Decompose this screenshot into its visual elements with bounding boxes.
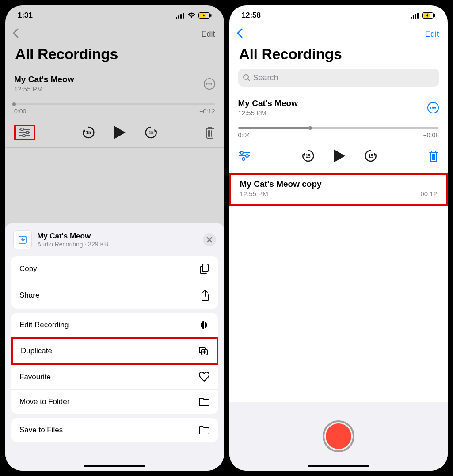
list-item[interactable]: My Cat's Meow copy 12:55 PM 00:12 [231,175,446,204]
delete-button[interactable] [428,150,439,162]
recording-time: 12:55 PM [238,109,298,117]
scrubber[interactable]: 0:00 −0:12 [14,103,215,115]
heart-icon [198,372,210,382]
recording-time: 12:55 PM [14,85,74,93]
sheet-thumbnail [13,230,32,249]
sheet-close-button[interactable] [203,233,216,246]
skip-forward-15-icon: 15 [144,125,158,140]
folder-icon [198,397,210,407]
home-indicator[interactable] [84,465,145,467]
more-button[interactable]: ••• [204,78,215,90]
more-button[interactable]: ••• [427,102,439,113]
action-label: Copy [19,264,37,273]
svg-rect-21 [415,14,416,19]
back-button[interactable] [12,28,19,40]
back-button[interactable] [236,28,243,40]
home-indicator[interactable] [308,465,369,467]
action-group-3: Save to Files [11,418,218,442]
skip-forward-15-icon: 15 [364,149,378,163]
play-icon [333,148,346,163]
highlight-box [14,125,35,140]
svg-rect-15 [19,236,26,243]
close-icon [206,237,213,243]
skip-forward-button[interactable]: 15 [144,125,158,140]
action-label: Duplicate [21,347,52,355]
record-icon [326,423,351,449]
play-button[interactable] [333,148,346,163]
page-title: All Recordings [5,42,224,69]
phone-right: 12:58 Edit All Recordings Search My Cat'… [229,5,448,471]
skip-back-button[interactable]: 15 [301,149,315,163]
scrub-position: 0:04 [238,132,250,139]
status-bar: 1:31 [5,5,224,26]
sheet-title: My Cat's Meow [37,232,108,241]
svg-point-31 [246,155,248,157]
action-duplicate[interactable]: Duplicate [11,337,218,365]
svg-rect-5 [199,13,206,18]
folder-icon [198,425,210,435]
skip-back-15-icon: 15 [81,125,95,140]
trash-icon [428,150,439,162]
action-group-2: Edit Recording Duplicate Favourite Move … [11,313,218,414]
chevron-left-icon [12,28,19,38]
action-move-to-folder[interactable]: Move to Folder [11,390,218,414]
edit-button[interactable]: Edit [425,30,439,39]
recording-title: My Cat's Meow [238,98,298,108]
svg-point-8 [21,128,23,131]
recording-item[interactable]: My Cat's Meow 12:55 PM ••• 0:04 −0:08 [229,93,448,142]
divider [5,147,224,148]
sliders-icon [19,127,31,138]
search-icon [243,74,251,82]
action-copy[interactable]: Copy [11,256,218,282]
cellular-icon [176,13,185,19]
svg-rect-19 [411,17,412,19]
svg-rect-22 [417,13,419,19]
record-dock [229,402,448,471]
skip-forward-button[interactable]: 15 [364,149,378,163]
play-button[interactable] [113,125,126,140]
svg-text:15: 15 [86,130,91,135]
skip-back-button[interactable]: 15 [81,125,95,140]
sliders-icon [238,151,251,161]
svg-rect-0 [176,17,177,19]
highlight-box: My Cat's Meow copy 12:55 PM 00:12 [229,173,448,206]
nav-row: Edit [229,26,448,42]
action-edit-recording[interactable]: Edit Recording [11,313,218,337]
action-label: Share [19,291,39,300]
share-sheet: My Cat's Meow Audio Recording · 329 KB C… [5,223,224,471]
filters-button[interactable] [19,127,31,138]
search-placeholder: Search [253,73,278,83]
sheet-subtitle: Audio Recording · 329 KB [37,241,108,248]
page-title: All Recordings [229,42,448,69]
phone-left: 1:31 Edit All Recordings My Cat's Meow 1… [5,5,224,471]
action-save-to-files[interactable]: Save to Files [11,418,218,442]
status-time: 12:58 [242,11,261,20]
delete-button[interactable] [205,126,215,139]
svg-point-10 [26,131,29,134]
svg-rect-16 [202,264,208,272]
svg-rect-25 [434,14,435,17]
scrubber[interactable]: 0:04 −0:08 [238,127,439,139]
share-icon [200,289,210,302]
battery-charging-icon [198,12,212,19]
battery-charging-icon [422,12,435,19]
status-time: 1:31 [18,11,33,20]
svg-point-33 [242,158,245,160]
svg-line-27 [248,79,250,81]
search-field[interactable]: Search [238,69,439,87]
duplicate-icon [198,346,209,356]
action-share[interactable]: Share [11,282,218,309]
record-button[interactable] [323,420,354,452]
chevron-left-icon [236,28,243,38]
status-icons [411,12,435,19]
scrub-remaining: −0:12 [199,108,215,115]
action-favourite[interactable]: Favourite [11,365,218,390]
edit-button[interactable]: Edit [201,30,215,39]
action-label: Edit Recording [19,321,69,329]
filters-button[interactable] [238,151,251,161]
recording-item[interactable]: My Cat's Meow 12:55 PM ••• 0:00 −0:12 [5,69,224,118]
svg-rect-6 [210,14,212,17]
nav-row: Edit [5,26,224,42]
sheet-header: My Cat's Meow Audio Recording · 329 KB [11,230,218,256]
skip-back-15-icon: 15 [301,149,315,163]
